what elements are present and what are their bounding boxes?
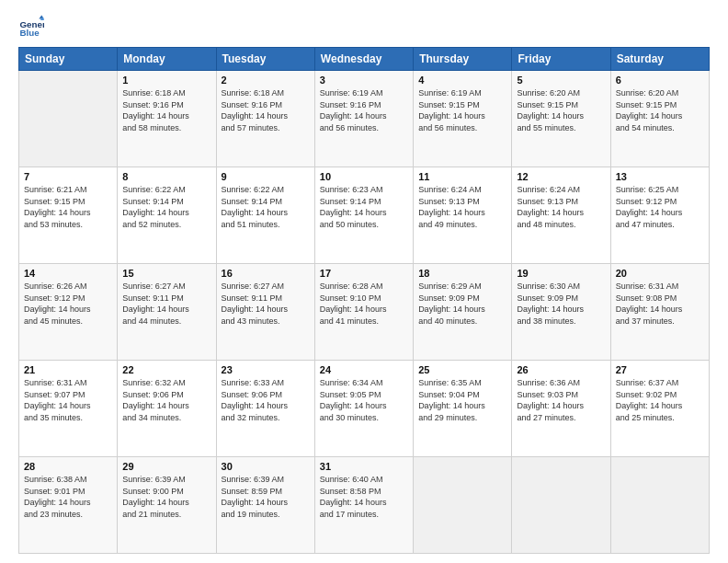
day-number: 15 bbox=[122, 268, 210, 279]
day-number: 2 bbox=[222, 75, 310, 86]
day-cell: 24Sunrise: 6:34 AM Sunset: 9:05 PM Dayli… bbox=[314, 361, 413, 457]
day-content: Sunrise: 6:31 AM Sunset: 9:07 PM Dayligh… bbox=[24, 377, 112, 423]
week-row-5: 28Sunrise: 6:38 AM Sunset: 9:01 PM Dayli… bbox=[19, 457, 710, 554]
day-cell: 2Sunrise: 6:18 AM Sunset: 9:16 PM Daylig… bbox=[216, 71, 314, 167]
day-content: Sunrise: 6:40 AM Sunset: 8:58 PM Dayligh… bbox=[320, 474, 408, 520]
day-content: Sunrise: 6:25 AM Sunset: 9:12 PM Dayligh… bbox=[616, 184, 704, 230]
day-number: 19 bbox=[517, 268, 605, 279]
day-number: 22 bbox=[122, 364, 210, 375]
day-number: 6 bbox=[616, 75, 704, 86]
day-content: Sunrise: 6:38 AM Sunset: 9:01 PM Dayligh… bbox=[24, 474, 112, 520]
page-header: General Blue bbox=[18, 14, 710, 40]
day-content: Sunrise: 6:18 AM Sunset: 9:16 PM Dayligh… bbox=[222, 87, 310, 133]
col-header-tuesday: Tuesday bbox=[216, 48, 314, 71]
day-cell bbox=[610, 457, 709, 554]
day-content: Sunrise: 6:19 AM Sunset: 9:16 PM Dayligh… bbox=[320, 87, 408, 133]
day-cell bbox=[414, 457, 512, 554]
day-content: Sunrise: 6:20 AM Sunset: 9:15 PM Dayligh… bbox=[517, 87, 605, 133]
col-header-wednesday: Wednesday bbox=[314, 48, 413, 71]
day-cell bbox=[19, 71, 118, 167]
day-number: 20 bbox=[616, 268, 704, 279]
day-cell bbox=[512, 457, 610, 554]
day-cell: 16Sunrise: 6:27 AM Sunset: 9:11 PM Dayli… bbox=[216, 264, 314, 361]
day-cell: 13Sunrise: 6:25 AM Sunset: 9:12 PM Dayli… bbox=[610, 167, 709, 264]
day-content: Sunrise: 6:33 AM Sunset: 9:06 PM Dayligh… bbox=[222, 377, 310, 423]
calendar-table: SundayMondayTuesdayWednesdayThursdayFrid… bbox=[18, 47, 710, 554]
week-row-2: 7Sunrise: 6:21 AM Sunset: 9:15 PM Daylig… bbox=[19, 167, 710, 264]
logo-icon: General Blue bbox=[18, 14, 44, 40]
day-cell: 19Sunrise: 6:30 AM Sunset: 9:09 PM Dayli… bbox=[512, 264, 610, 361]
day-cell: 31Sunrise: 6:40 AM Sunset: 8:58 PM Dayli… bbox=[314, 457, 413, 554]
day-cell: 11Sunrise: 6:24 AM Sunset: 9:13 PM Dayli… bbox=[414, 167, 512, 264]
day-number: 8 bbox=[122, 171, 210, 182]
day-content: Sunrise: 6:27 AM Sunset: 9:11 PM Dayligh… bbox=[122, 281, 210, 327]
day-content: Sunrise: 6:35 AM Sunset: 9:04 PM Dayligh… bbox=[418, 377, 506, 423]
day-cell: 25Sunrise: 6:35 AM Sunset: 9:04 PM Dayli… bbox=[414, 361, 512, 457]
day-number: 30 bbox=[222, 461, 310, 472]
day-cell: 29Sunrise: 6:39 AM Sunset: 9:00 PM Dayli… bbox=[118, 457, 216, 554]
svg-text:Blue: Blue bbox=[19, 28, 40, 38]
day-content: Sunrise: 6:19 AM Sunset: 9:15 PM Dayligh… bbox=[418, 87, 506, 133]
day-content: Sunrise: 6:21 AM Sunset: 9:15 PM Dayligh… bbox=[24, 184, 112, 230]
day-content: Sunrise: 6:18 AM Sunset: 9:16 PM Dayligh… bbox=[122, 87, 210, 133]
day-cell: 3Sunrise: 6:19 AM Sunset: 9:16 PM Daylig… bbox=[314, 71, 413, 167]
day-number: 11 bbox=[418, 171, 506, 182]
day-cell: 22Sunrise: 6:32 AM Sunset: 9:06 PM Dayli… bbox=[118, 361, 216, 457]
day-cell: 17Sunrise: 6:28 AM Sunset: 9:10 PM Dayli… bbox=[314, 264, 413, 361]
day-content: Sunrise: 6:32 AM Sunset: 9:06 PM Dayligh… bbox=[122, 377, 210, 423]
day-number: 1 bbox=[122, 75, 210, 86]
day-number: 18 bbox=[418, 268, 506, 279]
day-number: 10 bbox=[320, 171, 408, 182]
day-number: 4 bbox=[418, 75, 506, 86]
logo: General Blue bbox=[18, 14, 44, 40]
day-number: 9 bbox=[222, 171, 310, 182]
day-content: Sunrise: 6:20 AM Sunset: 9:15 PM Dayligh… bbox=[616, 87, 704, 133]
day-content: Sunrise: 6:27 AM Sunset: 9:11 PM Dayligh… bbox=[222, 281, 310, 327]
day-number: 21 bbox=[24, 364, 112, 375]
col-header-sunday: Sunday bbox=[19, 48, 118, 71]
day-content: Sunrise: 6:28 AM Sunset: 9:10 PM Dayligh… bbox=[320, 281, 408, 327]
day-content: Sunrise: 6:39 AM Sunset: 9:00 PM Dayligh… bbox=[122, 474, 210, 520]
day-cell: 12Sunrise: 6:24 AM Sunset: 9:13 PM Dayli… bbox=[512, 167, 610, 264]
day-content: Sunrise: 6:23 AM Sunset: 9:14 PM Dayligh… bbox=[320, 184, 408, 230]
day-number: 29 bbox=[122, 461, 210, 472]
day-cell: 21Sunrise: 6:31 AM Sunset: 9:07 PM Dayli… bbox=[19, 361, 118, 457]
col-header-thursday: Thursday bbox=[414, 48, 512, 71]
day-content: Sunrise: 6:26 AM Sunset: 9:12 PM Dayligh… bbox=[24, 281, 112, 327]
day-cell: 6Sunrise: 6:20 AM Sunset: 9:15 PM Daylig… bbox=[610, 71, 709, 167]
day-cell: 14Sunrise: 6:26 AM Sunset: 9:12 PM Dayli… bbox=[19, 264, 118, 361]
day-cell: 15Sunrise: 6:27 AM Sunset: 9:11 PM Dayli… bbox=[118, 264, 216, 361]
day-cell: 8Sunrise: 6:22 AM Sunset: 9:14 PM Daylig… bbox=[118, 167, 216, 264]
day-cell: 28Sunrise: 6:38 AM Sunset: 9:01 PM Dayli… bbox=[19, 457, 118, 554]
day-number: 12 bbox=[517, 171, 605, 182]
day-content: Sunrise: 6:37 AM Sunset: 9:02 PM Dayligh… bbox=[616, 377, 704, 423]
day-number: 31 bbox=[320, 461, 408, 472]
day-cell: 7Sunrise: 6:21 AM Sunset: 9:15 PM Daylig… bbox=[19, 167, 118, 264]
day-content: Sunrise: 6:22 AM Sunset: 9:14 PM Dayligh… bbox=[222, 184, 310, 230]
day-number: 23 bbox=[222, 364, 310, 375]
day-number: 24 bbox=[320, 364, 408, 375]
day-cell: 30Sunrise: 6:39 AM Sunset: 8:59 PM Dayli… bbox=[216, 457, 314, 554]
day-cell: 23Sunrise: 6:33 AM Sunset: 9:06 PM Dayli… bbox=[216, 361, 314, 457]
col-header-saturday: Saturday bbox=[610, 48, 709, 71]
day-number: 14 bbox=[24, 268, 112, 279]
day-content: Sunrise: 6:24 AM Sunset: 9:13 PM Dayligh… bbox=[418, 184, 506, 230]
day-number: 7 bbox=[24, 171, 112, 182]
day-number: 17 bbox=[320, 268, 408, 279]
day-number: 13 bbox=[616, 171, 704, 182]
day-cell: 27Sunrise: 6:37 AM Sunset: 9:02 PM Dayli… bbox=[610, 361, 709, 457]
day-cell: 1Sunrise: 6:18 AM Sunset: 9:16 PM Daylig… bbox=[118, 71, 216, 167]
day-cell: 4Sunrise: 6:19 AM Sunset: 9:15 PM Daylig… bbox=[414, 71, 512, 167]
day-number: 26 bbox=[517, 364, 605, 375]
day-number: 16 bbox=[222, 268, 310, 279]
day-cell: 18Sunrise: 6:29 AM Sunset: 9:09 PM Dayli… bbox=[414, 264, 512, 361]
day-number: 27 bbox=[616, 364, 704, 375]
day-number: 5 bbox=[517, 75, 605, 86]
day-cell: 5Sunrise: 6:20 AM Sunset: 9:15 PM Daylig… bbox=[512, 71, 610, 167]
day-content: Sunrise: 6:39 AM Sunset: 8:59 PM Dayligh… bbox=[222, 474, 310, 520]
day-number: 3 bbox=[320, 75, 408, 86]
week-row-3: 14Sunrise: 6:26 AM Sunset: 9:12 PM Dayli… bbox=[19, 264, 710, 361]
day-content: Sunrise: 6:24 AM Sunset: 9:13 PM Dayligh… bbox=[517, 184, 605, 230]
day-cell: 26Sunrise: 6:36 AM Sunset: 9:03 PM Dayli… bbox=[512, 361, 610, 457]
day-number: 25 bbox=[418, 364, 506, 375]
